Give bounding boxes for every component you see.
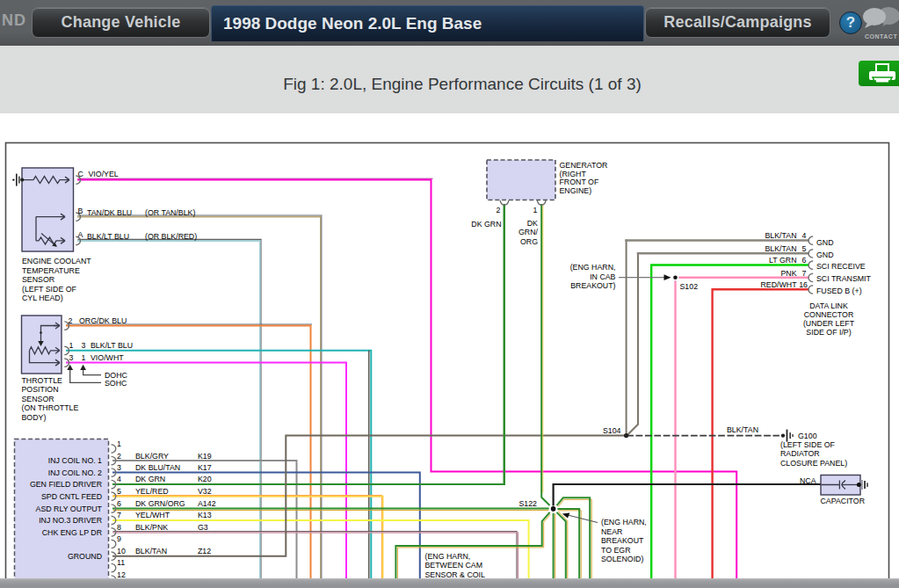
svg-text:4: 4	[802, 231, 807, 240]
svg-text:G100: G100	[798, 432, 817, 440]
svg-text:BODY): BODY)	[22, 413, 47, 422]
svg-text:GND: GND	[816, 250, 834, 259]
svg-text:ENGINE): ENGINE)	[560, 186, 592, 195]
svg-text:(ENG HARN,: (ENG HARN,	[425, 552, 471, 561]
svg-text:11: 11	[117, 558, 125, 567]
svg-text:(ENG HARN,: (ENG HARN,	[601, 518, 647, 526]
svg-text:(OR BLK/RED): (OR BLK/RED)	[145, 232, 197, 241]
svg-text:CYL HEAD): CYL HEAD)	[22, 294, 63, 302]
svg-text:4: 4	[117, 475, 121, 483]
svg-text:BLK/LT BLU: BLK/LT BLU	[91, 341, 133, 350]
svg-text:BLK/PNK: BLK/PNK	[135, 523, 168, 532]
svg-text:INJ COIL NO. 2: INJ COIL NO. 2	[48, 468, 102, 477]
svg-text:ORG/DK BLU: ORG/DK BLU	[79, 316, 127, 325]
svg-text:B: B	[78, 207, 83, 215]
svg-text:SOHC: SOHC	[105, 379, 127, 388]
svg-text:INJ COIL NO. 1: INJ COIL NO. 1	[48, 456, 102, 465]
svg-text:NCA: NCA	[800, 476, 816, 485]
svg-text:S122: S122	[518, 499, 537, 508]
svg-text:7: 7	[802, 269, 807, 278]
svg-text:Z12: Z12	[198, 547, 211, 555]
svg-text:NEAR: NEAR	[601, 527, 622, 536]
svg-text:DK GRN: DK GRN	[135, 475, 165, 483]
svg-text:SIDE OF I/P): SIDE OF I/P)	[806, 328, 851, 337]
svg-text:BREAKOUT: BREAKOUT	[601, 536, 644, 545]
svg-text:TO EGR: TO EGR	[601, 546, 631, 555]
svg-text:CAPACITOR: CAPACITOR	[821, 497, 866, 505]
svg-text:K19: K19	[198, 452, 212, 461]
svg-text:IN CAB: IN CAB	[590, 272, 615, 281]
svg-text:3: 3	[69, 353, 74, 362]
svg-text:S102: S102	[680, 282, 699, 291]
svg-text:K20: K20	[198, 475, 212, 483]
svg-text:K13: K13	[198, 511, 212, 519]
svg-text:G3: G3	[198, 523, 208, 532]
svg-text:DK: DK	[527, 219, 538, 228]
svg-text:6: 6	[802, 256, 807, 265]
svg-text:2: 2	[497, 206, 501, 214]
svg-text:(ENG HARN,: (ENG HARN,	[570, 263, 616, 272]
svg-text:THROTTLE: THROTTLE	[22, 376, 63, 385]
svg-text:SENSOR: SENSOR	[22, 275, 54, 284]
svg-text:SENSOR: SENSOR	[22, 395, 54, 403]
svg-text:VIO/YEL: VIO/YEL	[89, 170, 119, 178]
svg-text:5: 5	[117, 487, 121, 496]
svg-text:SCI TRANSMIT: SCI TRANSMIT	[816, 274, 872, 283]
svg-text:CONNECTOR: CONNECTOR	[804, 310, 854, 319]
svg-text:TAN/DK BLU: TAN/DK BLU	[87, 208, 132, 217]
svg-text:VIO/WHT: VIO/WHT	[91, 353, 124, 362]
svg-text:DK BLU/TAN: DK BLU/TAN	[135, 463, 180, 472]
svg-text:DK GRN: DK GRN	[471, 220, 501, 229]
svg-text:16: 16	[799, 280, 808, 289]
svg-text:5: 5	[802, 244, 807, 253]
svg-text:A142: A142	[198, 499, 216, 508]
svg-text:LT GRN: LT GRN	[769, 256, 796, 265]
svg-text:FRONT OF: FRONT OF	[560, 178, 599, 186]
svg-text:(OR TAN/BLK): (OR TAN/BLK)	[145, 208, 195, 217]
svg-text:YEL/WHT: YEL/WHT	[135, 511, 170, 519]
svg-text:SCI RECEIVE: SCI RECEIVE	[816, 262, 866, 271]
svg-text:BETWEEN CAM: BETWEEN CAM	[425, 561, 483, 570]
svg-text:ASD RLY OUTPUT: ASD RLY OUTPUT	[36, 505, 103, 513]
svg-text:DATA LINK: DATA LINK	[809, 301, 848, 310]
svg-text:PNK: PNK	[780, 269, 796, 278]
svg-text:(LEFT SIDE OF: (LEFT SIDE OF	[22, 285, 77, 294]
svg-text:V32: V32	[198, 487, 212, 496]
svg-text:ENGINE COOLANT: ENGINE COOLANT	[22, 257, 91, 265]
svg-text:BLK/LT BLU: BLK/LT BLU	[87, 232, 129, 241]
svg-text:(UNDER LEFT: (UNDER LEFT	[803, 319, 855, 328]
svg-text:BLK/GRY: BLK/GRY	[135, 452, 169, 461]
svg-text:2: 2	[117, 452, 121, 461]
svg-text:TEMPERATURE: TEMPERATURE	[22, 266, 80, 275]
svg-text:6: 6	[117, 499, 121, 508]
svg-text:INJ NO.3 DRIVER: INJ NO.3 DRIVER	[39, 516, 102, 525]
svg-text:ORG: ORG	[520, 237, 538, 246]
svg-text:BLK/TAN: BLK/TAN	[135, 547, 167, 555]
svg-text:BLK/TAN: BLK/TAN	[727, 425, 758, 434]
svg-text:1: 1	[82, 353, 86, 362]
svg-text:3: 3	[82, 341, 86, 350]
svg-text:1: 1	[69, 341, 74, 350]
svg-text:9: 9	[117, 534, 121, 543]
svg-text:A: A	[78, 230, 83, 239]
svg-text:GND: GND	[816, 238, 834, 247]
svg-text:CHK ENG LP DR: CHK ENG LP DR	[42, 528, 102, 537]
svg-text:SENSOR & COIL: SENSOR & COIL	[425, 570, 486, 579]
svg-text:BREAKOUT): BREAKOUT)	[570, 281, 615, 290]
svg-text:(LEFT SIDE OF: (LEFT SIDE OF	[780, 440, 836, 449]
svg-text:2: 2	[69, 316, 73, 325]
svg-text:RED/WHT: RED/WHT	[760, 280, 797, 289]
svg-text:(ON THROTTLE: (ON THROTTLE	[22, 403, 79, 412]
svg-text:GRN/: GRN/	[518, 228, 539, 236]
svg-text:RADIATOR: RADIATOR	[780, 449, 820, 458]
svg-text:7: 7	[117, 511, 121, 519]
svg-text:GROUND: GROUND	[68, 552, 102, 561]
svg-text:SOLENOID): SOLENOID)	[601, 555, 643, 563]
svg-text:DK GRN/ORG: DK GRN/ORG	[135, 499, 185, 508]
svg-text:GEN FIELD DRIVER: GEN FIELD DRIVER	[30, 480, 102, 489]
svg-text:FUSED B (+): FUSED B (+)	[816, 287, 862, 295]
svg-text:POSITION: POSITION	[22, 385, 59, 394]
svg-text:S104: S104	[603, 426, 621, 435]
svg-text:BLK/TAN: BLK/TAN	[765, 231, 796, 240]
svg-text:3: 3	[117, 463, 121, 472]
